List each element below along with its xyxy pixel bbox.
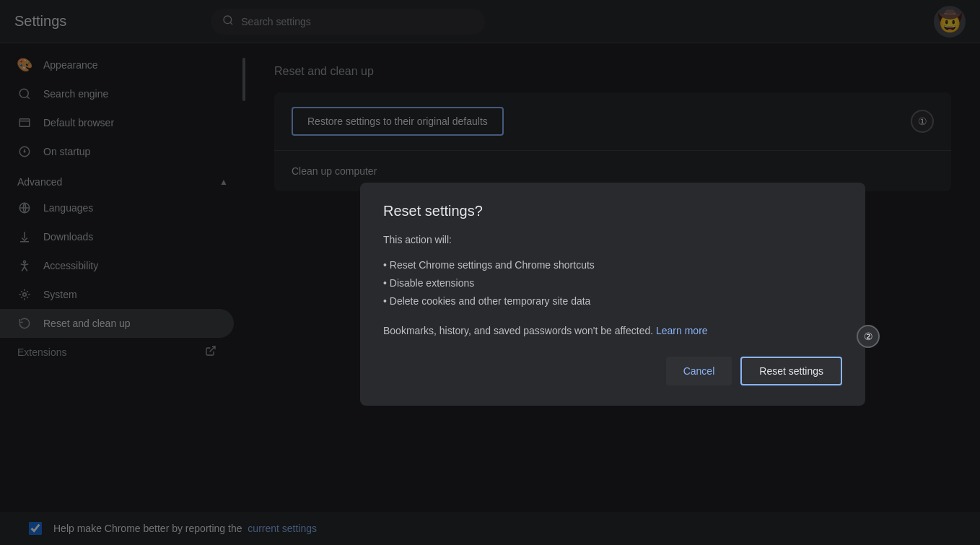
dialog-overlay: Reset settings? This action will: • Rese… (0, 0, 980, 545)
dialog-intro: This action will: (383, 231, 842, 249)
reset-settings-dialog: Reset settings? This action will: • Rese… (360, 183, 865, 406)
dialog-title: Reset settings? (383, 203, 842, 219)
dialog-note: Bookmarks, history, and saved passwords … (383, 325, 842, 336)
dialog-bullet-2: • Disable extensions (383, 274, 842, 292)
cancel-button[interactable]: Cancel (666, 357, 732, 385)
reset-settings-button[interactable]: Reset settings (740, 357, 842, 385)
dialog-bullet-1: • Reset Chrome settings and Chrome short… (383, 256, 842, 274)
dialog-body: This action will: • Reset Chrome setting… (383, 231, 842, 311)
dialog-bullet-3: • Delete cookies and other temporary sit… (383, 292, 842, 310)
dialog-actions: Cancel Reset settings (383, 357, 842, 385)
learn-more-link[interactable]: Learn more (656, 325, 708, 336)
dialog-note-text: Bookmarks, history, and saved passwords … (383, 325, 653, 336)
step2-badge: ② (857, 325, 880, 348)
